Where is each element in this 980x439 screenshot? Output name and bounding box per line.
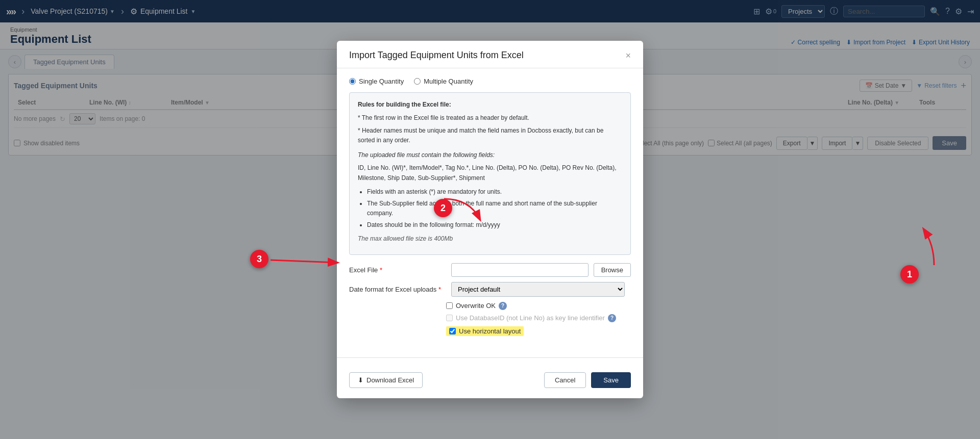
modal-title: Import Tagged Equipment Units from Excel <box>349 50 524 61</box>
modal-body: Single Quantity Multiple Quantity Rules … <box>337 68 643 161</box>
modal-header: Import Tagged Equipment Units from Excel… <box>337 41 643 68</box>
quantity-radio-group: Single Quantity Multiple Quantity <box>349 78 631 85</box>
import-modal: Import Tagged Equipment Units from Excel… <box>337 41 643 161</box>
multiple-quantity-radio[interactable] <box>414 78 421 85</box>
modal-overlay: 2 3 Import Tagged Equipment Units from E… <box>0 0 980 161</box>
single-quantity-radio-label[interactable]: Single Quantity <box>349 78 404 85</box>
modal-close-btn[interactable]: × <box>625 51 631 60</box>
single-quantity-radio[interactable] <box>349 78 356 85</box>
multiple-quantity-radio-label[interactable]: Multiple Quantity <box>414 78 473 85</box>
rules-box: Rules for building the Excel file: * The… <box>349 92 631 161</box>
